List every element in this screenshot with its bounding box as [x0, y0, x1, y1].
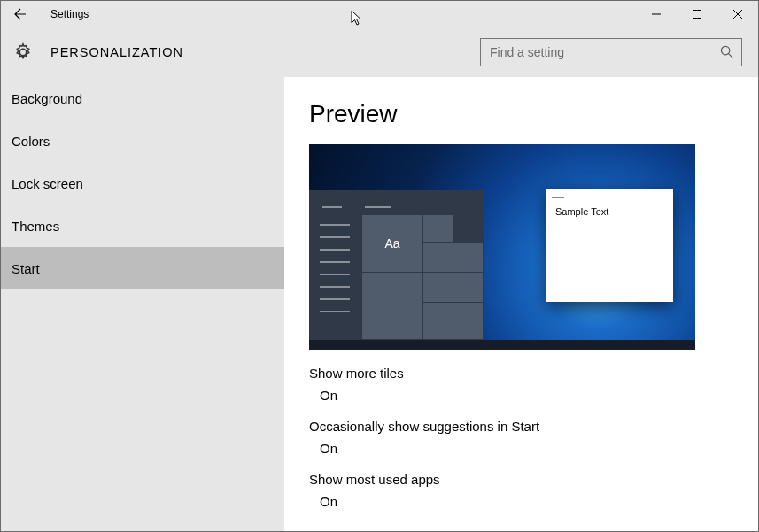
sidebar-item-lock-screen[interactable]: Lock screen	[1, 162, 284, 204]
sidebar: Background Colors Lock screen Themes Sta…	[1, 77, 284, 531]
close-button[interactable]	[717, 1, 758, 27]
sidebar-item-label: Lock screen	[12, 176, 83, 191]
sidebar-item-background[interactable]: Background	[1, 77, 284, 120]
preview-taskbar	[309, 340, 695, 350]
preview-image: Aa	[309, 144, 695, 350]
content-area: Preview	[284, 77, 758, 531]
toggle-state: On	[320, 388, 337, 403]
cursor-icon	[351, 10, 363, 27]
close-icon	[733, 10, 742, 19]
body-row: Background Colors Lock screen Themes Sta…	[1, 77, 758, 531]
setting-show-more-tiles: Show more tiles On	[309, 366, 758, 403]
page-heading: Preview	[309, 100, 758, 128]
preview-sample-text: Sample Text	[546, 203, 673, 217]
back-button[interactable]	[1, 1, 40, 27]
sidebar-item-themes[interactable]: Themes	[1, 204, 284, 247]
svg-rect-0	[693, 11, 701, 19]
preview-tile-large: Aa	[362, 215, 422, 272]
preview-start-panel: Aa	[309, 190, 484, 341]
setting-suggestions: Occasionally show suggestions in Start O…	[309, 419, 758, 456]
search-input[interactable]	[480, 38, 742, 66]
titlebar: Settings	[1, 1, 758, 27]
minimize-button[interactable]	[636, 1, 677, 27]
setting-label: Occasionally show suggestions in Start	[309, 419, 758, 434]
preview-start-list	[309, 190, 362, 341]
maximize-button[interactable]	[677, 1, 717, 27]
sidebar-item-label: Colors	[12, 134, 50, 149]
setting-label: Show most used apps	[309, 472, 758, 487]
category-title: PERSONALIZATION	[50, 45, 183, 59]
minimize-icon	[652, 10, 661, 19]
header-row: PERSONALIZATION	[1, 27, 758, 77]
window-title: Settings	[40, 8, 89, 20]
gear-icon	[13, 42, 33, 62]
setting-label: Show more tiles	[309, 366, 758, 381]
sidebar-item-label: Start	[12, 261, 40, 276]
tile-text: Aa	[384, 236, 399, 251]
window-controls	[636, 1, 758, 27]
maximize-icon	[693, 10, 701, 19]
sidebar-item-colors[interactable]: Colors	[1, 120, 284, 162]
preview-sample-window: Sample Text	[546, 189, 673, 302]
toggle-state: On	[320, 441, 337, 456]
settings-window: Settings PERSONALIZATION Backg	[0, 0, 759, 532]
search-container	[480, 38, 742, 66]
sidebar-item-label: Themes	[12, 219, 59, 234]
preview-tile-area: Aa	[362, 190, 484, 341]
sidebar-item-start[interactable]: Start	[1, 247, 284, 289]
sidebar-item-label: Background	[12, 91, 82, 106]
arrow-left-icon	[13, 7, 27, 21]
setting-most-used: Show most used apps On	[309, 472, 758, 509]
toggle-state: On	[320, 494, 337, 509]
